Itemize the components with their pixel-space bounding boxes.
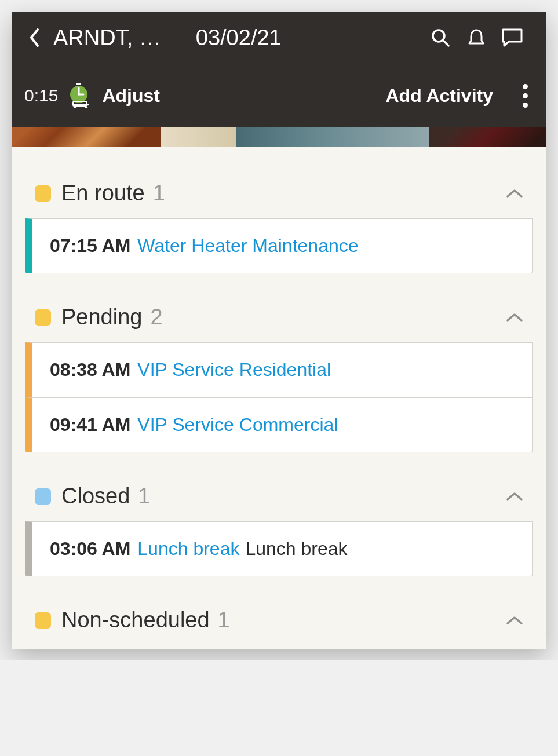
activity-time: 07:15 AM [50,235,130,257]
activity-extra: Lunch break [245,538,347,560]
status-color-swatch [35,488,51,505]
section-header-closed[interactable]: Closed1 [25,456,533,521]
back-button[interactable] [23,28,46,48]
status-color-swatch [35,309,51,326]
section-name: Closed [61,484,130,509]
activity-card[interactable]: 07:15 AMWater Heater Maintenance [25,218,533,273]
page-date: 03/02/21 [196,25,282,50]
section-name: Non-scheduled [61,608,210,633]
activity-link[interactable]: Water Heater Maintenance [137,235,358,257]
activity-time: 08:38 AM [50,359,130,381]
chevron-up-icon [506,491,523,502]
activity-link[interactable]: Lunch break [137,538,239,560]
section-count: 1 [138,484,150,509]
activity-link[interactable]: VIP Service Commercial [137,414,338,436]
chat-icon [501,28,523,48]
chevron-up-icon [506,615,523,626]
section-header-en-route[interactable]: En route1 [25,153,533,218]
more-menu-button[interactable] [516,84,534,108]
bell-icon [466,28,486,48]
add-activity-button[interactable]: Add Activity [386,85,494,107]
section-name: Pending [61,305,142,330]
timer-value: 0:15 [24,86,58,105]
stopwatch-icon [66,82,94,109]
chevron-up-icon [506,312,523,323]
section-header-pending[interactable]: Pending2 [25,277,533,342]
activity-card[interactable]: 03:06 AMLunch breakLunch break [25,521,533,576]
decorative-banner [12,127,546,147]
section-count: 2 [150,305,162,330]
chat-button[interactable] [494,28,530,48]
search-icon [431,28,450,48]
activity-card[interactable]: 08:38 AMVIP Service Residential [25,342,533,397]
activity-time: 03:06 AM [50,538,130,560]
page-title: ARNDT, … [53,25,161,50]
svg-rect-3 [76,83,81,85]
activity-time: 09:41 AM [50,414,130,436]
section-header-non-scheduled[interactable]: Non-scheduled1 [25,580,533,645]
activity-link[interactable]: VIP Service Residential [137,359,331,381]
status-color-swatch [35,612,51,629]
activity-card[interactable]: 09:41 AMVIP Service Commercial [25,397,533,452]
section-count: 1 [153,181,165,206]
search-button[interactable] [422,28,458,48]
section-name: En route [61,181,145,206]
adjust-button[interactable]: Adjust [102,85,160,107]
notifications-button[interactable] [458,28,494,48]
svg-line-1 [443,41,448,46]
chevron-up-icon [506,188,523,199]
chevron-left-icon [29,28,41,48]
status-color-swatch [35,185,51,202]
section-count: 1 [218,608,230,633]
dots-icon [523,84,528,89]
